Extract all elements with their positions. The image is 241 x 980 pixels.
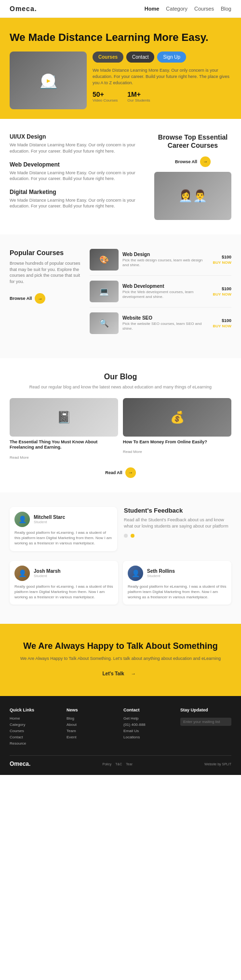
navigation: Omeca. Home Category Courses Blog <box>0 0 241 18</box>
course-desc-webdev: We Made Distance Learning More Easy. Our… <box>10 170 147 182</box>
course-desc-uiux: We Made Distance Learning More Easy. Our… <box>10 142 147 154</box>
popular-left: Popular Courses Browse hundreds of popul… <box>10 249 82 344</box>
feedback-nav-dot-2[interactable] <box>131 534 134 538</box>
nav-courses[interactable]: Courses <box>194 6 214 12</box>
footer-col-news: News Blog About Team Event <box>67 708 118 748</box>
course-name-2: Web Development <box>122 284 209 289</box>
newsletter-input[interactable] <box>180 718 231 726</box>
seo-icon: 🔍 <box>99 319 109 328</box>
browse-title: Browse Top Essential Career Courses <box>154 133 231 150</box>
course-thumb-2: 💻 <box>90 281 119 302</box>
popular-section: Popular Courses Browse hundreds of popul… <box>0 234 241 358</box>
feedback-navigation <box>124 534 231 538</box>
nav-category[interactable]: Category <box>166 6 187 12</box>
cta-button[interactable]: Let's Talk → <box>103 668 139 679</box>
footer-grid: Quick Links Home Category Courses Contac… <box>10 708 231 748</box>
footer-contact-help[interactable]: Get Help <box>123 716 174 721</box>
user-name-1: Mitchell Starc <box>34 515 65 520</box>
popular-browse-all[interactable]: Browse All → <box>10 293 45 304</box>
stat-students-label: Our Students <box>127 98 150 103</box>
blog-post-2: 💰 How To Earn Money From Online Easily? … <box>123 398 231 461</box>
courses-list: UI/UX Design We Made Distance Learning M… <box>10 133 147 220</box>
course-price-3: $100 <box>213 318 231 323</box>
browse-all-link[interactable]: Browse All → <box>175 156 211 167</box>
blog-post-1: 📓 The Essential Thing You Must Know Abou… <box>10 398 118 461</box>
footer-legal: Policy T&C Tear <box>103 762 133 766</box>
course-price-2: $100 <box>213 286 231 291</box>
user-role-1: Student <box>34 520 65 524</box>
feedback-text-2: Really good platform for eLearning. I wa… <box>14 584 113 600</box>
footer-link-home[interactable]: Home <box>10 716 61 721</box>
user-name-2: Josh Marsh <box>34 568 61 574</box>
play-button[interactable] <box>41 74 55 87</box>
footer-contact-email[interactable]: Email Us <box>123 729 174 733</box>
signup-button[interactable]: Sign Up <box>157 52 186 63</box>
avatar-3: 👤 <box>128 566 143 581</box>
feedback-user-3: 👤 Seth Rollins Student <box>128 566 227 581</box>
course-item-marketing: Digital Marketing We Made Distance Learn… <box>10 189 147 209</box>
read-all-arrow-icon: → <box>125 467 136 478</box>
course-thumb-3: 🔍 <box>90 312 119 334</box>
blog-subtitle: Read our regular blog and know the lates… <box>10 384 231 390</box>
nav-home[interactable]: Home <box>145 6 160 12</box>
user-role-3: Student <box>147 574 175 578</box>
blog-post-1-readmore[interactable]: Read More <box>10 455 29 460</box>
footer-col-contact: Contact Get Help (01) 400-888 Email Us L… <box>123 708 174 748</box>
footer-news-team[interactable]: Team <box>67 729 118 733</box>
popular-arrow-icon: → <box>35 293 45 304</box>
footer-tear[interactable]: Tear <box>126 762 133 766</box>
footer-link-courses[interactable]: Courses <box>10 729 61 733</box>
buy-now-3[interactable]: BUY NOW <box>213 324 231 328</box>
popular-title: Popular Courses <box>10 249 82 257</box>
nav-links: Home Category Courses Blog <box>145 6 231 12</box>
feedback-nav-dot-1[interactable] <box>124 534 128 538</box>
feedback-section: 👤 Mitchell Starc Student Really good pla… <box>0 492 241 624</box>
blog-section: Our Blog Read our regular blog and know … <box>0 358 241 492</box>
nav-blog[interactable]: Blog <box>221 6 231 12</box>
blog-post-2-title: How To Earn Money From Online Easily? <box>123 439 231 445</box>
feedback-title: Student's Feedback <box>124 507 231 514</box>
footer-news-blog[interactable]: Blog <box>67 716 118 721</box>
contact-button[interactable]: Contact <box>126 52 154 63</box>
logo: Omeca. <box>10 5 37 13</box>
blog-image-2: 💰 <box>123 398 231 437</box>
courses-image: 👩‍💼👨‍💼 <box>154 172 231 220</box>
cta-subtitle: We Are Always Happy to Talk About Someth… <box>10 656 231 662</box>
course-info-2: Web Development Pick the Web development… <box>122 284 209 300</box>
buy-now-1[interactable]: BUY NOW <box>213 260 231 265</box>
course-name-3: Website SEO <box>122 315 209 321</box>
footer: Quick Links Home Category Courses Contac… <box>0 696 241 775</box>
hero-section: We Made Distance Learning More Easy. 💻 C… <box>0 18 241 119</box>
courses-section: UI/UX Design We Made Distance Learning M… <box>0 119 241 234</box>
course-info-1: Web Design Pick the web design courses, … <box>122 252 209 268</box>
footer-contact-locations[interactable]: Locations <box>123 735 174 739</box>
footer-news-about[interactable]: About <box>67 722 118 727</box>
course-price-1: $100 <box>213 255 231 259</box>
course-name-1: Web Design <box>122 252 209 257</box>
buy-now-2[interactable]: BUY NOW <box>213 292 231 297</box>
footer-link-resource[interactable]: Resource <box>10 741 61 746</box>
footer-tc[interactable]: T&C <box>115 762 122 766</box>
course-desc-3: Pick the website SEO courses, learn SEO … <box>122 322 209 332</box>
footer-logo: Omeca. <box>10 761 30 767</box>
courses-button[interactable]: Courses <box>93 52 123 63</box>
avatar-1: 👤 <box>14 512 30 527</box>
footer-policy[interactable]: Policy <box>103 762 112 766</box>
user-info-1: Mitchell Starc Student <box>34 515 65 524</box>
footer-contact-phone[interactable]: (01) 400-888 <box>123 722 174 727</box>
popular-desc: Browse hundreds of popular courses that … <box>10 260 82 284</box>
footer-link-contact[interactable]: Contact <box>10 735 61 739</box>
popular-course-3: 🔍 Website SEO Pick the website SEO cours… <box>90 312 231 339</box>
blog2-icon: 💰 <box>170 411 185 424</box>
footer-link-category[interactable]: Category <box>10 722 61 727</box>
read-all-button[interactable]: Read All → <box>105 467 136 478</box>
feedback-main-card: 👤 Mitchell Starc Student Really good pla… <box>10 507 117 556</box>
hero-image: 💻 <box>10 52 87 109</box>
feedback-text-3: Really good platform for eLearning. I wa… <box>128 584 227 600</box>
course-item-webdev: Web Development We Made Distance Learnin… <box>10 161 147 182</box>
popular-course-2: 💻 Web Development Pick the Web developme… <box>90 281 231 308</box>
browse-all-label: Browse All <box>175 159 197 164</box>
footer-news-event[interactable]: Event <box>67 735 118 739</box>
blog-post-2-readmore[interactable]: Read More <box>123 450 142 454</box>
stat-courses: 50+ Video Courses <box>93 90 118 103</box>
